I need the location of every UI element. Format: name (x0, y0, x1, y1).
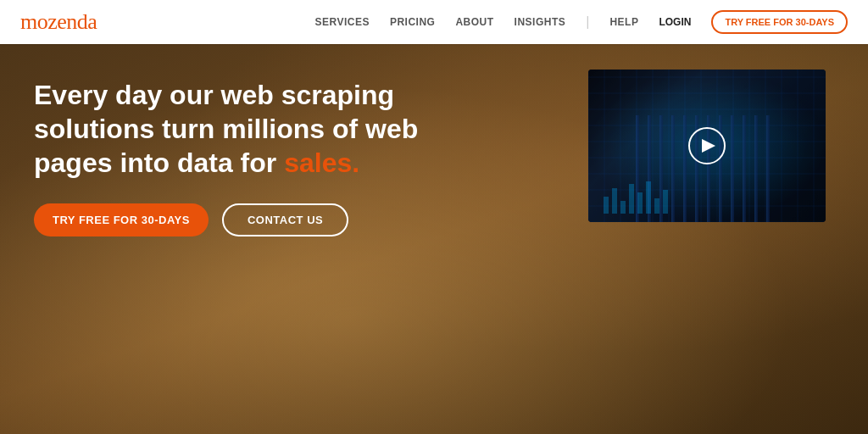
video-thumbnail[interactable] (588, 70, 826, 222)
play-icon (702, 139, 715, 153)
hero-headline-line2: solutions turn millions of web (34, 114, 418, 144)
site-header: mozenda SERVICES PRICING ABOUT INSIGHTS … (0, 0, 868, 44)
header-cta-button[interactable]: TRY FREE FOR 30-DAYS (711, 10, 848, 34)
main-nav: SERVICES PRICING ABOUT INSIGHTS | HELP L… (314, 10, 848, 34)
hero-contact-us-button[interactable]: CONTACT US (222, 203, 348, 236)
hero-content: Every day our web scraping solutions tur… (0, 44, 458, 236)
hero-section: Every day our web scraping solutions tur… (0, 44, 868, 434)
nav-divider: | (586, 14, 589, 30)
hero-buttons: TRY FREE FOR 30-DAYS CONTACT US (34, 203, 424, 236)
hero-headline-highlight: sales. (284, 147, 359, 178)
site-logo[interactable]: mozenda (20, 9, 97, 35)
nav-login[interactable]: LOGIN (659, 16, 691, 28)
hero-headline-line3: pages into data for (34, 147, 284, 178)
nav-about[interactable]: ABOUT (455, 16, 493, 28)
hero-headline: Every day our web scraping solutions tur… (34, 78, 424, 180)
nav-services[interactable]: SERVICES (314, 16, 369, 28)
nav-help[interactable]: HELP (609, 16, 638, 28)
nav-insights[interactable]: INSIGHTS (515, 16, 566, 28)
nav-pricing[interactable]: PRICING (390, 16, 436, 28)
hero-try-free-button[interactable]: TRY FREE FOR 30-DAYS (34, 203, 209, 236)
hero-headline-line1: Every day our web scraping (34, 80, 394, 110)
video-play-button[interactable] (688, 127, 726, 164)
video-chart-overlay (597, 180, 817, 214)
